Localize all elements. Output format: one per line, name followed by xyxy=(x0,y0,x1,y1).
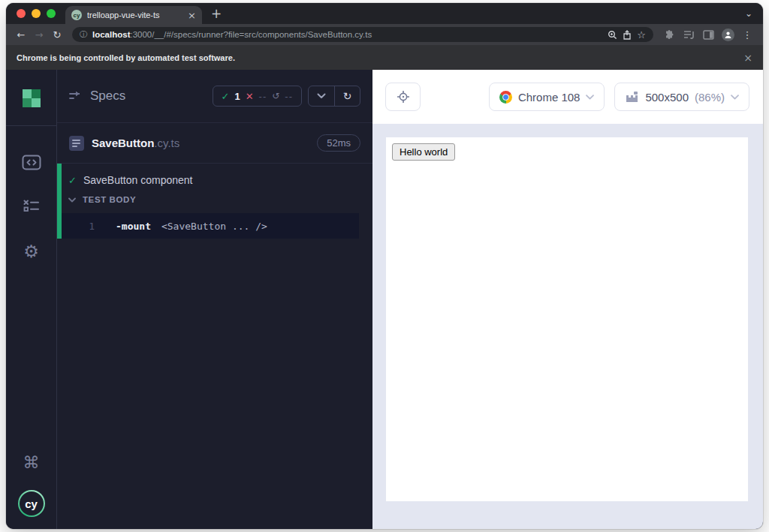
browser-menu-icon[interactable]: ⋮ xyxy=(739,29,755,41)
test-title-row[interactable]: ✓ SaveButton component xyxy=(57,174,372,186)
sidebar-divider xyxy=(6,125,57,126)
reporter-header: Specs ✓ 1 ✕ -- ↺ -- ↻ xyxy=(57,70,372,122)
browser-window: cy trelloapp-vue-vite-ts × + ⌄ ← → ↻ ⓘ l… xyxy=(6,3,763,529)
command-name: -mount xyxy=(116,221,151,232)
rerun-tests-icon[interactable]: ↻ xyxy=(334,86,360,106)
browser-tab[interactable]: cy trelloapp-vue-vite-ts × xyxy=(65,6,202,24)
specs-panel-title: Specs xyxy=(90,89,125,104)
site-info-icon[interactable]: ⓘ xyxy=(80,29,87,40)
viewport-size-label: 500x500 xyxy=(645,91,689,104)
cypress-sidebar: ⚙ ⌘ cy xyxy=(6,70,57,529)
pending-spinner-icon: ↺ xyxy=(272,91,279,101)
reload-button[interactable]: ↻ xyxy=(50,29,65,41)
share-icon[interactable] xyxy=(623,30,632,40)
keyboard-shortcuts-command-icon[interactable]: ⌘ xyxy=(23,453,40,472)
test-title: SaveButton component xyxy=(83,174,193,186)
chrome-logo-icon xyxy=(499,91,512,104)
test-result-block: ✓ SaveButton component TEST BODY 1 -moun… xyxy=(57,164,372,239)
pending-count: -- xyxy=(285,91,293,102)
tab-search-chevron-icon[interactable]: ⌄ xyxy=(745,8,752,19)
test-stats[interactable]: ✓ 1 ✕ -- ↺ -- xyxy=(213,86,302,107)
new-tab-button[interactable]: + xyxy=(211,8,222,20)
crosshair-icon xyxy=(397,90,410,104)
spec-file-name: SaveButton.cy.ts xyxy=(92,137,179,149)
forward-button[interactable]: → xyxy=(32,29,47,41)
project-logo-icon xyxy=(23,89,41,107)
url-path: :3000/__/#/specs/runner?file=src/compone… xyxy=(130,30,372,39)
back-button[interactable]: ← xyxy=(14,29,29,41)
browser-select-dropdown[interactable]: Chrome 108 xyxy=(489,83,605,111)
sidebar-item-runs[interactable] xyxy=(23,199,41,213)
infobar-close-icon[interactable]: × xyxy=(743,52,752,64)
tab-strip: cy trelloapp-vue-vite-ts × + ⌄ xyxy=(6,3,763,24)
spec-file-row[interactable]: SaveButton.cy.ts 52ms xyxy=(57,122,372,164)
infobar-text: Chrome is being controlled by automated … xyxy=(17,53,235,62)
test-passed-check-icon: ✓ xyxy=(68,175,77,186)
viewport-scale-label: (86%) xyxy=(695,91,725,104)
side-panel-icon[interactable] xyxy=(700,30,716,40)
passed-count: 1 xyxy=(234,91,240,102)
reading-list-icon[interactable] xyxy=(680,30,697,40)
profile-avatar[interactable] xyxy=(719,29,736,41)
sidebar-item-settings-gear-icon[interactable]: ⚙ xyxy=(23,242,39,261)
browser-toolbar: ← → ↻ ⓘ localhost:3000/__/#/specs/runner… xyxy=(6,24,763,45)
passed-check-icon: ✓ xyxy=(222,91,230,102)
reporter-empty-area xyxy=(57,239,372,529)
command-args: <SaveButton ... /> xyxy=(161,221,267,232)
selector-playground-button[interactable] xyxy=(385,83,421,111)
automation-infobar: Chrome is being controlled by automated … xyxy=(6,45,763,70)
failed-x-icon: ✕ xyxy=(246,91,254,102)
url-host: localhost xyxy=(92,30,130,39)
cypress-app: ⚙ ⌘ cy Specs ✓ 1 ✕ -- ↺ -- xyxy=(6,70,763,529)
viewport-dropdown[interactable]: 500x500 (86%) xyxy=(614,83,749,111)
spec-document-icon xyxy=(69,136,84,151)
section-chevron-icon xyxy=(68,197,76,203)
traffic-lights xyxy=(6,9,56,18)
zoom-window-button[interactable] xyxy=(47,9,56,18)
spec-file-ext: .cy.ts xyxy=(154,137,179,149)
aut-iframe: Hello world xyxy=(386,137,748,501)
chevron-down-icon xyxy=(586,95,594,100)
url-text: localhost:3000/__/#/specs/runner?file=sr… xyxy=(92,30,602,39)
close-window-button[interactable] xyxy=(17,9,26,18)
aut-container: Hello world xyxy=(372,124,763,529)
reporter-panel: Specs ✓ 1 ✕ -- ↺ -- ↻ xyxy=(57,70,372,529)
passed-indicator-bar xyxy=(57,164,62,239)
preview-pane: Chrome 108 500x500 (86%) Hello world xyxy=(372,70,763,529)
ruler-icon xyxy=(625,91,639,104)
failed-count: -- xyxy=(259,91,267,102)
zoom-page-icon[interactable] xyxy=(608,30,617,40)
minimize-window-button[interactable] xyxy=(32,9,41,18)
command-log-row[interactable]: 1 -mount <SaveButton ... /> xyxy=(62,213,359,239)
tab-favicon-cypress-icon: cy xyxy=(71,10,82,20)
spec-duration-badge: 52ms xyxy=(317,134,360,152)
section-label: TEST BODY xyxy=(83,195,136,204)
extensions-puzzle-icon[interactable] xyxy=(661,29,677,41)
tab-close-icon[interactable]: × xyxy=(188,11,196,20)
chevron-down-icon xyxy=(731,95,739,100)
reporter-controls: ↻ xyxy=(308,86,360,107)
bookmark-star-icon[interactable]: ☆ xyxy=(637,30,646,40)
preview-header: Chrome 108 500x500 (86%) xyxy=(372,70,763,124)
tab-title: trelloapp-vue-vite-ts xyxy=(87,11,182,20)
hello-world-button[interactable]: Hello world xyxy=(392,143,455,161)
collapse-chevron-icon[interactable] xyxy=(309,86,334,106)
command-line-number: 1 xyxy=(62,221,95,232)
cypress-logo-icon[interactable]: cy xyxy=(18,490,45,517)
test-body-section-row[interactable]: TEST BODY xyxy=(57,195,372,204)
browser-select-label: Chrome 108 xyxy=(518,91,581,104)
specs-list-icon xyxy=(69,91,83,101)
sidebar-item-specs[interactable] xyxy=(22,155,41,170)
address-bar[interactable]: ⓘ localhost:3000/__/#/specs/runner?file=… xyxy=(72,27,653,42)
